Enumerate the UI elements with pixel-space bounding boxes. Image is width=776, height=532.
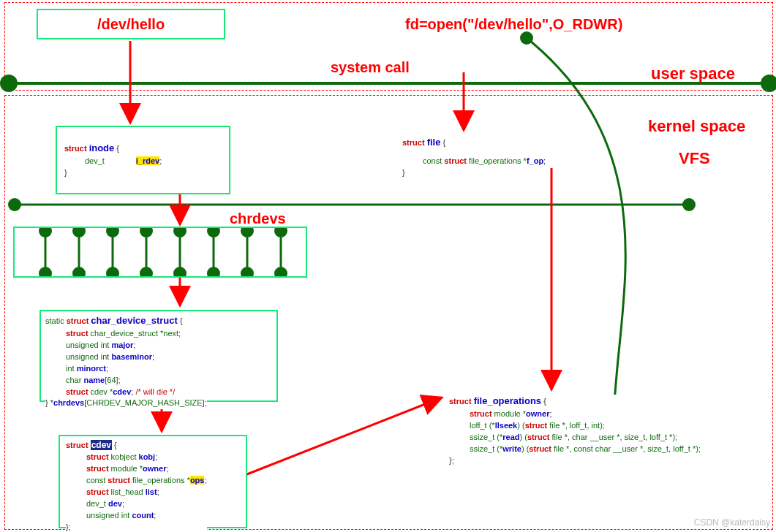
chrdevs-array-svg — [15, 228, 306, 276]
vfs-label: VFS — [679, 149, 710, 168]
watermark: CSDN @katerdaisy — [694, 517, 770, 528]
fd-open-label: fd=open("/dev/hello",O_RDWR) — [405, 16, 622, 33]
chrdevs-array-box — [13, 227, 307, 278]
code-char-device-struct: static struct char_device_struct { struc… — [45, 314, 207, 409]
kernel-space-label: kernel space — [648, 117, 745, 136]
svg-line-7 — [238, 398, 442, 478]
chrdevs-label: chrdevs — [230, 210, 286, 227]
code-file-operations: struct file_operations { struct module *… — [449, 395, 701, 467]
code-struct-file: struct file { const struct file_operatio… — [402, 136, 546, 179]
struct-inode-box: struct inode { dev_t i_rdev; } — [56, 126, 230, 194]
struct-cdev-box: struct cdev { struct kobject kobj; struc… — [59, 435, 247, 528]
dev-hello-label: /dev/hello — [97, 16, 165, 33]
dev-hello-box: /dev/hello — [37, 9, 225, 39]
code-cdev: struct cdev { struct kobject kobj; struc… — [66, 439, 207, 532]
diagram-canvas: /dev/hello fd=open("/dev/hello",O_RDWR) … — [0, 0, 776, 532]
code-inode: struct inode { dev_t i_rdev; } — [64, 142, 162, 179]
char-device-struct-box: static struct char_device_struct { struc… — [39, 310, 278, 402]
user-space-label: user space — [651, 64, 735, 83]
system-call-label: system call — [331, 59, 410, 76]
